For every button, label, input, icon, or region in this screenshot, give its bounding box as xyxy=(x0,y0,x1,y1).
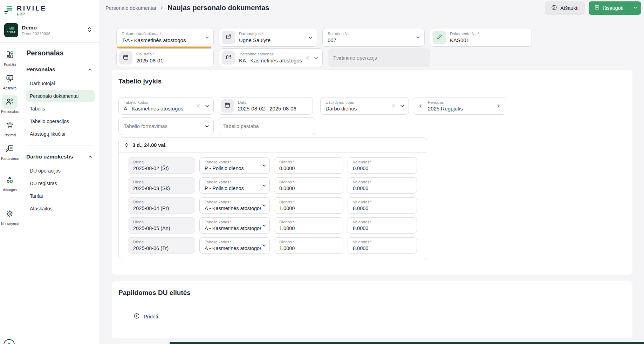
add-row-button[interactable]: Pridėti xyxy=(133,313,158,320)
sidebar-item-atostogu-likuciai[interactable]: Atostogų likučiai xyxy=(26,128,95,140)
calendar-button[interactable] xyxy=(119,51,132,65)
open-record-button[interactable] xyxy=(222,31,235,44)
papildomos-du-body: Pridėti xyxy=(112,302,632,321)
valandos-input[interactable]: Valandos* 0.0000 xyxy=(348,157,417,174)
chevron-down-icon[interactable] xyxy=(262,163,267,168)
chevron-down-icon[interactable] xyxy=(205,35,210,40)
sidebar-item-darbuotojai[interactable]: Darbuotojai xyxy=(26,77,95,89)
tabelio-kodas-select[interactable]: Tabelio kodas* A - Kasmetinės atostogos xyxy=(199,217,270,234)
workspace-switcher[interactable]: RIVILE Demo Demo20240906 xyxy=(4,22,95,37)
field-value: 007 xyxy=(328,37,350,43)
external-link-icon xyxy=(225,34,232,41)
rail-item-pradzia[interactable]: Pradžia xyxy=(0,48,20,67)
app-logo[interactable]: RIVILE ERP xyxy=(4,4,95,16)
open-record-button[interactable] xyxy=(222,51,235,65)
clear-icon[interactable] xyxy=(391,104,396,108)
clear-icon[interactable] xyxy=(305,56,309,60)
workspace-avatar: RIVILE xyxy=(4,23,18,37)
header-actions: Atšaukti Išsaugoti xyxy=(545,1,641,15)
dienos-input[interactable]: Dienos* 0.0000 xyxy=(274,177,343,194)
menu-section-darbo-uzmokestis[interactable]: Darbo užmokestis xyxy=(26,152,95,161)
sidebar-item-tabelio-operacijos[interactable]: Tabelio operacijos xyxy=(26,115,95,127)
chevron-down-icon[interactable] xyxy=(262,243,267,248)
field-value: Darbo dienos xyxy=(326,106,357,112)
diena-field: Diena 2025-08-04 (Pr) xyxy=(128,197,195,214)
bottom-bar xyxy=(170,342,644,344)
pencil-icon xyxy=(436,34,443,41)
sidebar-item-personalo-dokumentai[interactable]: Personalo dokumentai xyxy=(26,90,95,102)
sales-icon xyxy=(2,142,18,156)
chevrons-updown-icon[interactable] xyxy=(87,27,92,34)
next-period-button[interactable] xyxy=(496,103,501,108)
valandos-input[interactable]: Valandos* 8.0000 xyxy=(348,217,417,234)
tabelio-kodas-select[interactable]: Tabelio kodas A - Kasmetinės atostogos xyxy=(118,97,214,115)
periodas-navigator: Periodas 2025 Rugpjūtis xyxy=(413,97,506,115)
breadcrumb-parent-link[interactable]: Personalo dokumentai xyxy=(105,5,156,11)
cancel-button[interactable]: Atšaukti xyxy=(545,1,585,15)
tabelio-kodas-select[interactable]: Tabelio kodas* P - Poilsio dienos xyxy=(199,157,270,174)
rail-item-pirkimai[interactable]: Pirkimai xyxy=(0,118,20,137)
dienos-input[interactable]: Dienos* 1.0000 xyxy=(274,237,343,254)
sidebar-item-du-registras[interactable]: DU registras xyxy=(26,177,95,189)
save-button[interactable]: Išsaugoti xyxy=(589,1,629,15)
dokumento-nr-input[interactable]: Dokumento Nr.* KAS001 xyxy=(430,28,532,47)
edit-number-button[interactable] xyxy=(433,31,446,44)
gear-icon xyxy=(2,207,18,221)
clear-icon[interactable] xyxy=(196,104,200,108)
chevron-down-icon[interactable] xyxy=(416,35,420,40)
rail-item-nustatymai[interactable]: Nustatymai xyxy=(0,207,20,226)
tabelio-days-header[interactable]: 3 d., 24.00 val. xyxy=(119,138,427,153)
chevron-down-icon[interactable] xyxy=(400,103,405,108)
save-options-button[interactable] xyxy=(629,1,641,15)
tabelio-kodas-select[interactable]: Tabelio kodas* A - Kasmetinės atostogos xyxy=(199,237,270,254)
tabelio-ivykis-title: Tabelio įvykis xyxy=(118,77,625,86)
valandos-input[interactable]: Valandos* 8.0000 xyxy=(348,237,417,254)
chevron-down-icon xyxy=(633,5,638,11)
rail-item-pardavimai[interactable]: Pardavimai xyxy=(0,142,20,161)
tabelio-kodas-select[interactable]: Tabelio kodas* P - Poilsio dienos xyxy=(199,177,270,194)
sidebar-item-ataskaitos[interactable]: Ataskaitos xyxy=(26,203,95,215)
sutarties-nr-select[interactable]: Sutarties Nr. 007 xyxy=(322,28,425,47)
chevron-down-icon[interactable] xyxy=(262,183,267,188)
op-data-datepicker[interactable]: Op. data* 2025-08-01 xyxy=(116,48,214,67)
rail-item-atsargos[interactable]: Atsargos xyxy=(0,173,20,192)
save-split-button: Išsaugoti xyxy=(589,1,641,15)
sidebar-top: RIVILE ERP RIVILE Demo Demo20240906 xyxy=(0,0,100,43)
day-row: Diena 2025-08-05 (An) Tabelio kodas* A -… xyxy=(128,217,420,234)
chevron-down-icon[interactable] xyxy=(205,103,210,108)
data-range-datepicker[interactable]: Data 2025-08-02 - 2025-08-06 xyxy=(218,97,313,115)
chevron-down-icon[interactable] xyxy=(262,203,267,208)
uzpildymo-tipas-select[interactable]: Užpildymo tipas Darbo dienos xyxy=(320,97,409,115)
sidebar-item-tarifai[interactable]: Tarifai xyxy=(26,190,95,202)
chevron-down-icon[interactable] xyxy=(262,223,267,228)
chevron-down-icon[interactable] xyxy=(308,35,313,40)
rail-item-apskaita[interactable]: Apskaita xyxy=(0,71,20,90)
valandos-input[interactable]: Valandos* 8.0000 xyxy=(348,197,417,214)
diena-field: Diena 2025-08-02 (Št) xyxy=(128,157,195,174)
tvirtinimo-sablonas-select[interactable]: Tvirtinimo šablonas KA - Kasmetinės atos… xyxy=(219,48,323,67)
dienos-input[interactable]: Dienos* 0.0000 xyxy=(274,157,343,174)
chevron-down-icon[interactable] xyxy=(314,55,318,60)
breadcrumb: Personalo dokumentai Naujas personalo do… xyxy=(105,4,545,12)
day-row: Diena 2025-08-03 (Sk) Tabelio kodas* P -… xyxy=(128,177,420,194)
dienos-input[interactable]: Dienos* 1.0000 xyxy=(274,197,343,214)
field-value: 2025-08-01 xyxy=(136,58,163,63)
sort-updown-icon[interactable] xyxy=(124,142,129,148)
dokumento-sablonas-select[interactable]: Dokumento šablonas* T-A - Kasmetinės ato… xyxy=(116,28,214,47)
tabelio-pastaba-input[interactable]: Tabelio pastaba xyxy=(218,117,315,135)
darbuotojas-select[interactable]: Darbuotojas* Ugnė Saulytė xyxy=(219,28,317,47)
rail-item-personalas[interactable]: Personalas xyxy=(0,95,20,114)
sidebar-item-tabelis[interactable]: Tabelis xyxy=(26,103,95,115)
dienos-input[interactable]: Dienos* 1.0000 xyxy=(274,217,343,234)
days-summary: 3 d., 24.00 val. xyxy=(132,142,167,148)
day-row: Diena 2025-08-02 (Št) Tabelio kodas* P -… xyxy=(128,157,420,174)
calendar-button[interactable] xyxy=(221,99,234,113)
prev-period-button[interactable] xyxy=(418,103,423,108)
menu-section-personalas[interactable]: Personalas xyxy=(26,65,95,74)
sidebar-item-du-operacijos[interactable]: DU operacijos xyxy=(26,165,95,177)
tabelio-kodas-select[interactable]: Tabelio kodas* A - Kasmetinės atostogos xyxy=(199,197,270,214)
tabelio-formavimas-select[interactable]: Tabelio formavimas xyxy=(118,117,214,135)
papildomos-du-card: Papildomos DU eilutės Pridėti xyxy=(112,281,632,338)
chevron-down-icon[interactable] xyxy=(205,124,210,129)
valandos-input[interactable]: Valandos* 0.0000 xyxy=(348,177,417,194)
